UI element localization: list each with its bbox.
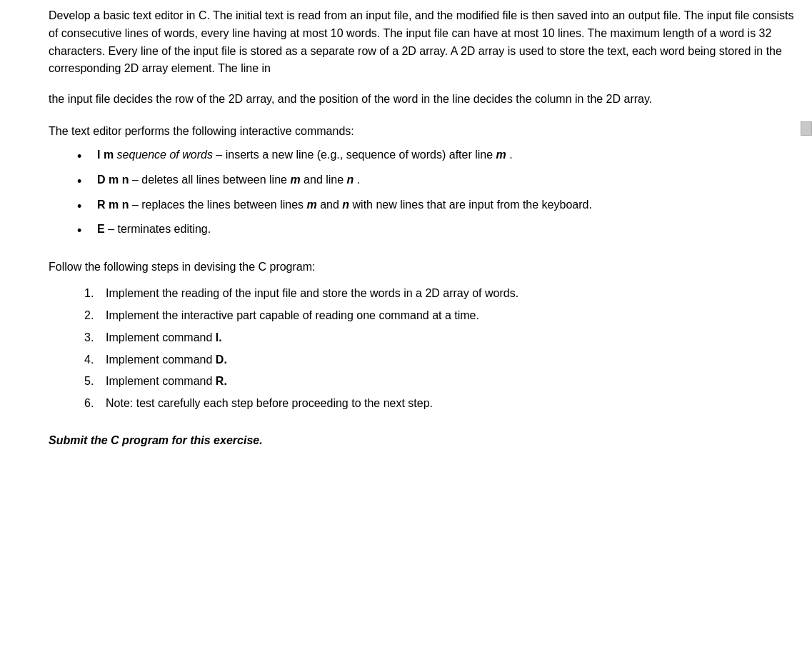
- command-description: – deletes all lines between line: [132, 174, 290, 186]
- bullet-dot: •: [77, 221, 91, 241]
- command-description: – inserts a new line (e.g., sequence of …: [216, 149, 496, 161]
- list-item: • E – terminates editing.: [77, 221, 794, 241]
- command-description-italic: sequence of words: [117, 149, 213, 161]
- step-number: 4.: [84, 351, 106, 369]
- command-param2: n: [347, 174, 354, 186]
- list-item: • D m n – deletes all lines between line…: [77, 171, 794, 192]
- step-number: 3.: [84, 329, 106, 347]
- follow-intro: Follow the following steps in devising t…: [49, 259, 794, 276]
- follow-section: Follow the following steps in devising t…: [49, 259, 794, 413]
- submit-section: Submit the C program for this exercise.: [49, 434, 794, 447]
- step-bold: I.: [216, 331, 222, 343]
- scrollbar[interactable]: [801, 121, 812, 136]
- steps-list: 1. Implement the reading of the input fi…: [84, 285, 794, 413]
- step-text: Implement command R.: [106, 373, 794, 391]
- commands-list: • I m sequence of words – inserts a new …: [77, 146, 794, 242]
- bullet-dot: •: [77, 197, 91, 217]
- command-key: I m: [97, 149, 114, 161]
- main-content: Develop a basic text editor in C. The in…: [0, 0, 812, 468]
- step-bold: R.: [216, 375, 227, 387]
- command-param1: m: [307, 199, 317, 211]
- command-key: R m n: [97, 199, 129, 211]
- command-suffix: .: [509, 149, 512, 161]
- step-text: Implement command I.: [106, 329, 794, 347]
- command-param2: n: [342, 199, 349, 211]
- command-param: m: [496, 149, 506, 161]
- intro-paragraph-2: the input file decides the row of the 2D…: [49, 91, 794, 109]
- bullet-dot: •: [77, 147, 91, 167]
- step-text: Note: test carefully each step before pr…: [106, 395, 794, 413]
- command-suffix: .: [357, 174, 360, 186]
- bullet-text: R m n – replaces the lines between lines…: [97, 196, 794, 214]
- submit-text: Submit the C program for this exercise.: [49, 434, 794, 447]
- step-text: Implement the interactive part capable o…: [106, 307, 794, 325]
- bullet-text: E – terminates editing.: [97, 221, 794, 239]
- step-text: Implement the reading of the input file …: [106, 285, 794, 303]
- command-key: D m n: [97, 174, 129, 186]
- list-item: 4. Implement command D.: [84, 351, 794, 369]
- list-item: 2. Implement the interactive part capabl…: [84, 307, 794, 325]
- step-number: 2.: [84, 307, 106, 325]
- command-description: – terminates editing.: [108, 223, 211, 235]
- list-item: 5. Implement command R.: [84, 373, 794, 391]
- bullet-text: D m n – deletes all lines between line m…: [97, 171, 794, 189]
- list-item: 3. Implement command I.: [84, 329, 794, 347]
- bullet-dot: •: [77, 172, 91, 192]
- command-key: E: [97, 223, 105, 235]
- list-item: 6. Note: test carefully each step before…: [84, 395, 794, 413]
- bullet-text: I m sequence of words – inserts a new li…: [97, 146, 794, 164]
- step-number: 6.: [84, 395, 106, 413]
- step-number: 1.: [84, 285, 106, 303]
- command-mid: and: [320, 199, 342, 211]
- list-item: • R m n – replaces the lines between lin…: [77, 196, 794, 217]
- command-mid: and line: [304, 174, 347, 186]
- list-item: 1. Implement the reading of the input fi…: [84, 285, 794, 303]
- intro-paragraph-1: Develop a basic text editor in C. The in…: [49, 7, 794, 78]
- commands-intro: The text editor performs the following i…: [49, 123, 794, 141]
- command-param1: m: [290, 174, 300, 186]
- commands-section: The text editor performs the following i…: [49, 123, 794, 241]
- list-item: • I m sequence of words – inserts a new …: [77, 146, 794, 167]
- step-text: Implement command D.: [106, 351, 794, 369]
- step-bold: D.: [216, 353, 227, 366]
- step-number: 5.: [84, 373, 106, 391]
- command-suffix-rest: with new lines that are input from the k…: [353, 199, 592, 211]
- command-description: – replaces the lines between lines: [132, 199, 307, 211]
